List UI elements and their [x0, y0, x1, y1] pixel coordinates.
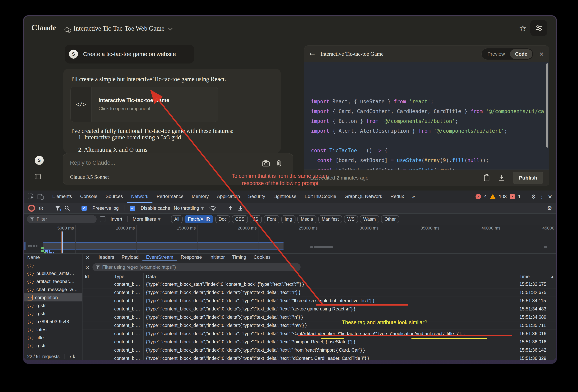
devtools-settings-gear-icon[interactable]: ⚙ [531, 194, 536, 200]
tab-network[interactable]: Network [127, 191, 152, 203]
filter-pill-js[interactable]: JS [250, 215, 262, 223]
tab-sources[interactable]: Sources [101, 191, 127, 203]
preview-toggle-button[interactable]: Preview [482, 49, 510, 59]
issues-icon[interactable]: × [510, 194, 515, 199]
record-network-log-button[interactable] [28, 205, 35, 212]
name-column-header[interactable]: Name [24, 254, 82, 261]
inspect-element-icon[interactable] [27, 193, 34, 200]
column-type[interactable]: Type [112, 273, 144, 280]
detail-tab-headers[interactable]: Headers [93, 254, 118, 261]
request-row-published-artifa[interactable]: {:}published_artifa… [24, 269, 82, 277]
star-icon[interactable]: ☆ [519, 23, 527, 33]
invert-checkbox[interactable] [100, 216, 105, 222]
event-row[interactable]: content_bl…{"type":"content_block_delta"… [83, 354, 556, 360]
attachment-icon[interactable] [276, 159, 283, 167]
copy-clipboard-icon[interactable] [483, 174, 490, 182]
column-time[interactable]: Time ▲ [517, 273, 556, 280]
tab-performance[interactable]: Performance [152, 191, 188, 203]
scrollbar-thumb[interactable] [546, 63, 548, 147]
console-errors-icon[interactable]: × [476, 194, 481, 199]
network-settings-gear-icon[interactable]: ⚙ [547, 205, 556, 211]
tab-[interactable]: » [408, 191, 419, 203]
tab-security[interactable]: Security [244, 191, 269, 203]
filter-pill-css[interactable]: CSS [232, 215, 248, 223]
detail-tab-response[interactable]: Response [177, 254, 205, 261]
filter-funnel-icon[interactable] [55, 205, 60, 211]
devtools-close-icon[interactable]: × [548, 194, 552, 200]
sidebar-toggle-icon[interactable] [34, 173, 41, 180]
filter-pill-wasm[interactable]: Wasm [360, 215, 379, 223]
request-row-rgstr[interactable]: {:}rgstr [24, 301, 82, 309]
code-toggle-button[interactable]: Code [510, 49, 532, 59]
event-row[interactable]: content_bl…{"type":"content_block_start"… [83, 280, 556, 289]
eventstream-filter-input[interactable]: Filter using regex (example: https?) [93, 263, 300, 271]
network-conditions-icon[interactable] [209, 205, 216, 211]
network-filter-input[interactable]: Filter [27, 215, 96, 223]
event-row[interactable]: content_bl…{"type":"content_block_delta"… [83, 313, 556, 321]
filter-pill-font[interactable]: Font [264, 215, 279, 223]
import-har-icon[interactable] [237, 205, 243, 211]
more-filters-dropdown[interactable]: More filters ▼ [133, 216, 161, 222]
publish-button[interactable]: Publish [513, 172, 543, 184]
detail-tab-cookies[interactable]: Cookies [250, 254, 274, 261]
tab-elements[interactable]: Elements [48, 191, 76, 203]
tab-console[interactable]: Console [76, 191, 101, 203]
detail-tab-eventstream[interactable]: EventStream [143, 254, 177, 261]
close-detail-icon[interactable]: × [83, 255, 93, 260]
filter-pill-other[interactable]: Other [381, 215, 399, 223]
detail-tab-initiator[interactable]: Initiator [205, 254, 229, 261]
throttling-dropdown[interactable]: No throttling ▼ [174, 205, 204, 211]
filter-pill-media[interactable]: Media [297, 215, 316, 223]
filter-pill-fetch-xhr[interactable]: Fetch/XHR [185, 215, 213, 223]
request-row-completion[interactable]: <>completion [24, 294, 82, 301]
column-data[interactable]: Data [144, 273, 517, 280]
filter-pill-all[interactable]: All [171, 215, 183, 223]
code-editor[interactable]: import React, { useState } from 'react';… [304, 62, 549, 170]
event-row[interactable]: content_bl…{"type":"content_block_delta"… [83, 305, 556, 313]
download-icon[interactable] [498, 174, 505, 182]
filter-pill-img[interactable]: Img [281, 215, 295, 223]
event-row[interactable]: content_bl…{"type":"content_block_delta"… [83, 346, 556, 354]
request-row-chat-message-w[interactable]: {:}chat_message_w… [24, 285, 82, 294]
export-har-icon[interactable] [228, 205, 234, 211]
model-selector[interactable]: Claude 3.5 Sonnet [70, 174, 109, 180]
filter-pill-ws[interactable]: WS [344, 215, 358, 223]
column-id[interactable]: Id [83, 273, 112, 280]
request-row-latest[interactable]: {:}latest [24, 326, 82, 334]
clear-events-icon[interactable]: ⊘ [85, 264, 90, 270]
tab-application[interactable]: Application [213, 191, 244, 203]
request-row-rgstr[interactable]: {:}rgstr [24, 342, 82, 350]
detail-tab-payload[interactable]: Payload [118, 254, 143, 261]
tab-lighthouse[interactable]: Lighthouse [269, 191, 300, 203]
tab-redux[interactable]: Redux [386, 191, 408, 203]
kebab-menu-icon[interactable]: ⋮ [539, 194, 545, 200]
artifact-chip[interactable]: </> Interactive Tic-tac-toe Game Click t… [70, 87, 218, 122]
event-row[interactable]: content_bl…{"type":"content_block_delta"… [83, 297, 556, 305]
clear-network-log-icon[interactable]: ⊘ [39, 205, 44, 212]
device-toolbar-icon[interactable] [37, 193, 44, 200]
back-arrow-icon[interactable]: ← [309, 50, 315, 58]
filter-pill-doc[interactable]: Doc [215, 215, 230, 223]
network-overview-timeline[interactable]: 5000 ms10000 ms15000 ms20000 ms25000 ms3… [24, 225, 556, 254]
request-row-artifact-feedbac[interactable]: {:}artifact_feedbac… [24, 277, 82, 285]
preserve-log-checkbox[interactable]: ✓ [82, 206, 87, 211]
event-row[interactable]: content_bl…{"type":"content_block_delta"… [83, 321, 556, 330]
close-icon[interactable]: × [539, 50, 544, 58]
event-row[interactable]: content_bl…{"type":"content_block_delta"… [83, 289, 556, 297]
request-row-b789b503-9c43[interactable]: {:}b789b503-9c43… [24, 318, 82, 326]
detail-tab-timing[interactable]: Timing [229, 254, 250, 261]
console-warnings-icon[interactable] [490, 194, 496, 199]
timeline-selection[interactable] [43, 243, 284, 249]
request-row-title[interactable]: {:}title [24, 334, 82, 342]
tab-memory[interactable]: Memory [188, 191, 213, 203]
event-row[interactable]: content_bl…{"type":"content_block_delta"… [83, 330, 556, 338]
conversation-title[interactable]: Interactive Tic-Tac-Toe Web Game [73, 25, 171, 32]
settings-sliders-button[interactable] [530, 20, 547, 36]
filter-pill-manifest[interactable]: Manifest [318, 215, 342, 223]
request-row-rgstr[interactable]: {:}rgstr [24, 309, 82, 318]
tab-graphql-network[interactable]: GraphQL Network [340, 191, 386, 203]
disable-cache-checkbox[interactable]: ✓ [130, 206, 135, 211]
search-icon[interactable] [64, 205, 70, 211]
camera-icon[interactable] [262, 160, 270, 167]
tab-editthiscookie[interactable]: EditThisCookie [300, 191, 340, 203]
